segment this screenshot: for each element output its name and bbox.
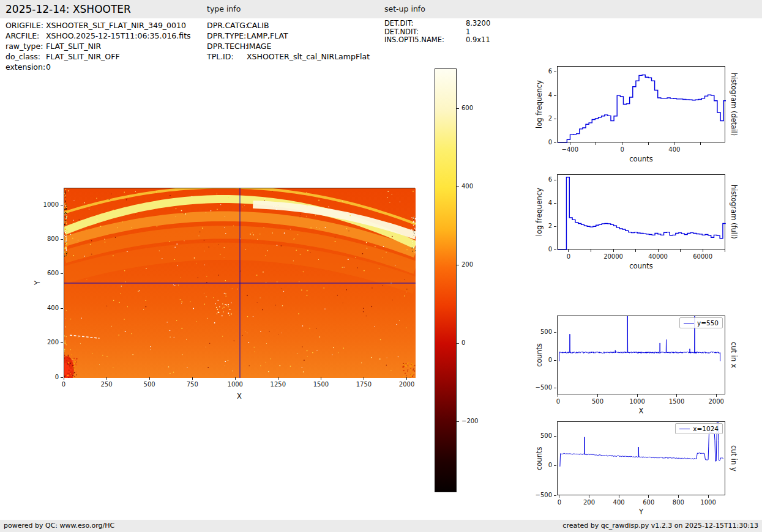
hot-pixel — [125, 281, 125, 282]
hot-pixel — [204, 264, 205, 265]
hot-pixel — [403, 370, 405, 371]
hot-pixel — [387, 191, 389, 192]
hot-pixel — [181, 210, 182, 212]
hot-pixel — [386, 365, 387, 366]
cut-in-x-x-tick-label: 500 — [579, 398, 616, 405]
hot-pixel — [300, 254, 301, 255]
hot-pixel — [248, 342, 250, 343]
hot-pixel — [231, 303, 232, 304]
info-row: DET.DIT:8.3200 — [384, 20, 490, 28]
hot-pixel — [65, 191, 66, 192]
hot-pixel — [181, 301, 182, 303]
hot-pixel — [400, 202, 400, 202]
hot-pixel — [67, 216, 68, 217]
cut-in-y-x-tick — [708, 495, 709, 498]
hot-pixel — [392, 194, 392, 194]
hot-pixel — [413, 369, 414, 370]
hot-pixel — [272, 191, 272, 191]
hot-pixel — [225, 216, 225, 217]
hot-pixel — [106, 306, 107, 306]
hot-pixel — [69, 363, 70, 364]
hot-pixel — [411, 248, 413, 249]
hot-pixel — [70, 373, 71, 374]
detector-image-x-tick-label: 250 — [88, 381, 125, 388]
hot-pixel — [68, 356, 69, 357]
hot-pixel — [265, 256, 266, 256]
hot-pixel — [65, 192, 67, 193]
hot-pixel — [219, 306, 220, 307]
detector-image-x-tick-label: 2000 — [389, 381, 425, 388]
hot-pixel — [399, 320, 400, 321]
hot-pixel — [413, 191, 414, 192]
hot-pixel — [72, 377, 72, 377]
info-row: raw_type:FLAT_SLIT_NIR — [6, 41, 191, 51]
hot-pixel — [412, 375, 413, 377]
hot-pixel — [65, 232, 65, 232]
hot-pixel — [215, 303, 216, 305]
info-label: ARCFILE: — [6, 31, 46, 41]
hot-pixel — [73, 377, 75, 378]
hot-pixel — [64, 375, 65, 376]
hot-pixel — [65, 213, 66, 213]
hot-pixel — [65, 221, 66, 222]
colorbar-tick — [457, 421, 459, 422]
hot-pixel — [65, 204, 66, 204]
histogram-full-x-tick-label: 40000 — [640, 253, 676, 260]
hot-pixel — [316, 227, 316, 228]
info-label: do_class: — [6, 51, 46, 62]
hot-pixel — [70, 364, 70, 365]
hot-pixel — [272, 232, 272, 233]
hot-pixel — [83, 204, 83, 204]
detector-image-y-tick — [61, 205, 63, 205]
hot-pixel — [256, 275, 258, 276]
hot-pixel — [115, 237, 116, 237]
hot-pixel — [405, 372, 405, 372]
hot-pixel — [86, 279, 87, 279]
hot-pixel — [222, 316, 223, 317]
hot-pixel — [131, 227, 132, 227]
colorbar-tick — [457, 265, 459, 265]
hot-pixel — [64, 342, 65, 343]
hot-pixel — [65, 326, 65, 327]
info-value: FLAT_SLIT_NIR_OFF — [46, 51, 120, 62]
colorbar-tick — [457, 108, 459, 109]
hot-pixel — [374, 326, 375, 327]
hot-pixel — [411, 229, 413, 231]
hot-pixel — [264, 198, 266, 199]
hot-pixel — [281, 245, 282, 246]
info-label: DPR.CATG: — [207, 20, 247, 31]
hot-pixel — [218, 244, 219, 245]
hot-pixel — [411, 366, 413, 367]
hot-pixel — [297, 234, 298, 235]
hot-pixel — [306, 192, 307, 193]
histogram-detail-x-tick-label: 400 — [656, 146, 693, 153]
info-value: XSHOOTER_slt_cal_NIRLampFlat — [247, 51, 370, 62]
histogram-full-y-tick — [554, 180, 556, 180]
hot-pixel — [333, 347, 334, 349]
hot-pixel — [170, 195, 171, 196]
hot-pixel — [408, 365, 408, 366]
hot-pixel — [64, 232, 65, 232]
hot-pixel — [408, 363, 409, 363]
hot-pixel — [306, 216, 307, 216]
hot-pixel — [229, 315, 230, 316]
hot-pixel — [74, 363, 75, 364]
hot-pixel — [301, 289, 302, 290]
cut-in-x-y-tick — [554, 332, 556, 333]
hot-pixel — [181, 328, 182, 329]
colorbar — [435, 68, 457, 492]
hot-pixel — [129, 196, 129, 197]
histogram-detail-x-tick-label: −400 — [551, 146, 588, 153]
hot-pixel — [335, 241, 336, 242]
hot-pixel — [65, 254, 66, 255]
hot-pixel — [278, 334, 279, 335]
hot-pixel — [70, 363, 71, 364]
hot-pixel — [216, 307, 217, 308]
hot-pixel — [217, 309, 218, 310]
hot-pixel — [71, 375, 72, 375]
hot-pixel — [170, 330, 171, 331]
hot-pixel — [68, 370, 69, 371]
colorbar-tick-label: 200 — [461, 261, 473, 268]
hot-pixel — [124, 191, 125, 193]
histogram-full-y-axis-label: log frequency — [535, 174, 543, 249]
